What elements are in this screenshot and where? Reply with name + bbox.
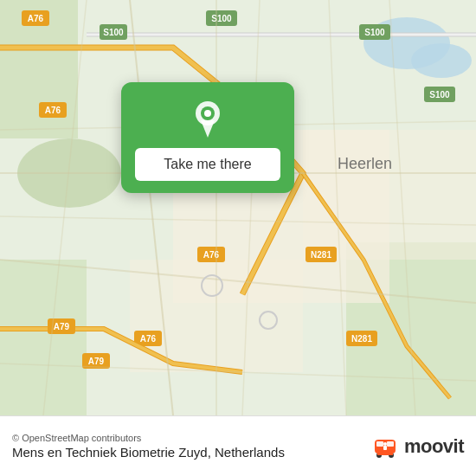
svg-text:S100: S100	[429, 90, 450, 100]
moovit-bus-icon	[371, 433, 399, 460]
svg-rect-57	[377, 452, 393, 455]
svg-text:A76: A76	[140, 334, 157, 344]
svg-text:N281: N281	[351, 334, 372, 344]
svg-rect-54	[387, 441, 394, 447]
svg-rect-9	[303, 130, 476, 260]
svg-rect-59	[383, 446, 387, 450]
svg-point-2	[411, 43, 472, 78]
location-label: Mens en Techniek Biometrie Zuyd, Netherl…	[12, 445, 285, 460]
svg-text:S100: S100	[211, 14, 232, 23]
svg-text:A76: A76	[203, 250, 220, 260]
moovit-logo: moovit	[371, 433, 464, 460]
svg-marker-51	[201, 120, 215, 138]
svg-rect-5	[0, 260, 87, 415]
svg-text:A76: A76	[45, 106, 61, 115]
map-pin-icon	[187, 98, 228, 139]
footer-bar: © OpenStreetMap contributors Mens en Tec…	[0, 415, 476, 476]
moovit-brand-label: moovit	[404, 435, 464, 458]
svg-text:N281: N281	[311, 250, 331, 260]
svg-point-50	[204, 110, 211, 117]
svg-text:A79: A79	[88, 357, 105, 366]
location-popup[interactable]: Take me there	[121, 82, 294, 193]
svg-rect-53	[376, 441, 383, 447]
take-me-there-button[interactable]: Take me there	[135, 148, 280, 181]
svg-text:Heerlen: Heerlen	[338, 155, 392, 172]
svg-text:S100: S100	[103, 28, 124, 37]
map-area: A76 A76 A76 A76 S100 S100 S100 S100 N281…	[0, 0, 476, 415]
svg-text:A76: A76	[28, 14, 44, 23]
svg-text:S100: S100	[364, 28, 385, 37]
svg-point-58	[383, 442, 387, 446]
footer-info: © OpenStreetMap contributors Mens en Tec…	[12, 433, 285, 460]
osm-attribution: © OpenStreetMap contributors	[12, 433, 285, 443]
svg-text:A79: A79	[54, 322, 70, 331]
